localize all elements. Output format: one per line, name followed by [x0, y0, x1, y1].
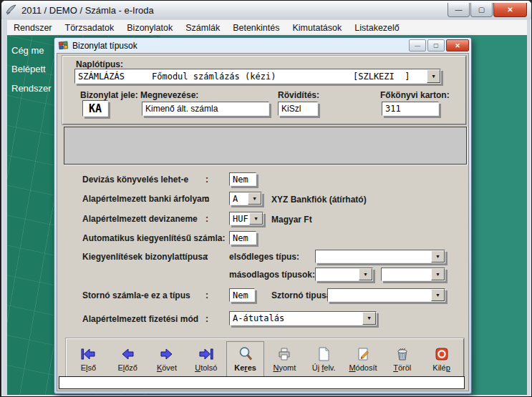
trash-icon — [394, 345, 411, 363]
bizonylat-jele-field[interactable]: KA — [82, 100, 108, 117]
devizas-label: Devizás könyvelés lehet-e — [82, 175, 188, 185]
roviditas-label: Rövidítés: — [278, 90, 319, 100]
maximize-button[interactable]: ▢ — [470, 3, 493, 17]
naplotipus-label: Naplótípus: — [76, 59, 123, 69]
first-button[interactable]: Első — [69, 341, 107, 377]
delete-button[interactable]: Töröl — [383, 341, 421, 377]
menu-listakezelo[interactable]: Listakezelő — [348, 23, 406, 33]
bizonylat-jele-label: Bizonylat jele: — [80, 90, 138, 100]
auto-kiegyenlites-label: Automatikus kiegyenlítésű számla: — [82, 233, 225, 243]
kiegyenlitesek-colon: : — [205, 252, 208, 262]
auto-kiegyenlites-field[interactable]: Nem — [229, 231, 256, 245]
new-record-button[interactable]: Új felv. — [305, 341, 343, 377]
exit-button[interactable]: Kilép — [422, 341, 460, 377]
fizetesi-mod-colon: : — [205, 314, 208, 324]
status-input[interactable] — [59, 376, 465, 389]
close-button[interactable]: ✕ — [493, 3, 527, 17]
menu-kimutatasok[interactable]: Kimutatások — [286, 23, 348, 33]
naplotipus-combobox[interactable]: SZÁMLÁZÁS Főmodul számlázás (kézi) [SZLK… — [74, 69, 441, 84]
previous-arrow-icon — [119, 345, 136, 363]
arfolyam-dropdown-arrow-icon[interactable]: ▼ — [248, 192, 261, 205]
row-kiegyenlitesek: Kiegyenlítések bizonylattípusa : elsődle… — [82, 250, 462, 265]
magnifier-icon — [237, 345, 254, 363]
devizanem-colon: : — [205, 214, 208, 224]
print-button[interactable]: Nyomt — [266, 341, 304, 377]
arfolyam-colon: : — [205, 194, 208, 204]
last-button[interactable]: Utolsó — [187, 341, 225, 377]
row-masodlagos: másodlagos típusok: ▼ ▼ — [82, 268, 462, 283]
app-title: 2011 / DEMO / Számla - e-Iroda — [21, 5, 447, 16]
record-toolbar: Első Előző Követ Utolsó — [66, 338, 464, 379]
devizanem-note: Magyar Ft — [271, 215, 312, 225]
next-button[interactable]: Követ — [147, 341, 185, 377]
dialog-title: Bizonylat típusok — [72, 41, 407, 51]
exit-icon — [433, 345, 450, 363]
dialog-body: Naplótípus: SZÁMLÁZÁS Főmodul számlázás … — [57, 53, 469, 391]
sztorno-tipusa-label: Sztornó tipusa: — [271, 290, 334, 300]
header-panel: Naplótípus: SZÁMLÁZÁS Főmodul számlázás … — [62, 56, 466, 124]
menu-bizonylatok[interactable]: Bizonylatok — [120, 23, 179, 33]
naplotipus-code: SZÁMLÁZÁS — [78, 72, 125, 82]
search-button[interactable]: Keres — [226, 341, 264, 377]
arfolyam-note: XYZ Bankfiók (átírható) — [271, 195, 367, 205]
sidebar-item-rendszer: Rendszer — [11, 83, 52, 94]
dialog-close-button[interactable]: ✕ — [446, 39, 469, 52]
app-titlebar[interactable]: 2011 / DEMO / Számla - e-Iroda — ▢ ✕ — [1, 1, 531, 19]
naplotipus-name: Főmodul számlázás (kézi) — [152, 72, 276, 82]
elsodleges-dropdown-arrow-icon[interactable]: ▼ — [431, 250, 445, 263]
dialog-minimize-button[interactable]: — — [409, 39, 426, 52]
kiegyenlitesek-label: Kiegyenlítések bizonylattípusa — [82, 252, 208, 262]
sztorno-tipusa-combobox[interactable]: ▼ — [327, 288, 445, 302]
next-arrow-icon — [158, 345, 175, 363]
menu-szamlak[interactable]: Számlák — [179, 23, 226, 33]
new-page-icon — [315, 345, 332, 363]
windows-logo-icon — [58, 41, 69, 50]
naplotipus-dropdown-arrow-icon[interactable]: ▼ — [427, 69, 440, 83]
row-storno: Stornó számla-e ez a típus : Nem Sztornó… — [82, 288, 462, 303]
megnevezese-label: Megnevezése: — [140, 90, 198, 100]
masodlagos2-dropdown-arrow-icon[interactable]: ▼ — [431, 268, 445, 280]
devizas-field[interactable]: Nem — [229, 172, 256, 186]
fokonyvi-karton-field[interactable]: 311 — [382, 102, 439, 116]
previous-button[interactable]: Előző — [109, 341, 147, 377]
elsodleges-tipus-combobox[interactable]: ▼ — [315, 250, 445, 263]
row-arfolyam: Alapértelmezett banki árfolyam : A ▼ XYZ… — [82, 192, 462, 207]
menu-bar: Rendszer Törzsadatok Bizonylatok Számlák… — [7, 20, 527, 36]
masodlagos-combobox-2[interactable]: ▼ — [381, 268, 445, 281]
menu-rendszer[interactable]: Rendszer — [7, 23, 59, 33]
dialog-maximize-button[interactable]: ▢ — [427, 39, 445, 52]
arfolyam-combobox[interactable]: A ▼ — [229, 192, 262, 205]
devizas-colon: : — [205, 175, 208, 185]
fizetesi-mod-dropdown-arrow-icon[interactable]: ▼ — [362, 312, 376, 325]
sidebar-item-belepett: Belépett — [11, 64, 46, 74]
app-icon — [6, 4, 17, 16]
dialog-titlebar[interactable]: Bizonylat típusok — ▢ ✕ — [54, 38, 471, 53]
row-devizas: Devizás könyvelés lehet-e : Nem — [82, 172, 462, 187]
dialog-bizonylat-tipusok: Bizonylat típusok — ▢ ✕ Naplótípus: SZÁM… — [54, 37, 472, 394]
storno-label: Stornó számla-e ez a típus — [82, 290, 190, 300]
devizanem-combobox[interactable]: HUF ▼ — [229, 212, 263, 225]
arfolyam-label: Alapértelmezett banki árfolyam — [82, 194, 209, 204]
edit-page-icon — [354, 345, 372, 363]
storno-colon: : — [205, 290, 208, 300]
first-arrow-icon — [79, 345, 97, 363]
sztorno-dropdown-arrow-icon[interactable]: ▼ — [431, 289, 445, 301]
modify-button[interactable]: Módosít — [344, 341, 382, 377]
empty-list-panel — [64, 127, 467, 165]
devizanem-label: Alapértelmezett devizaneme — [82, 214, 198, 224]
elsodleges-tipus-label: elsődleges típus: — [229, 252, 299, 262]
fizetesi-mod-combobox[interactable]: A-átutalás ▼ — [229, 311, 377, 325]
megnevezese-field[interactable]: Kimenő ált. számla — [142, 102, 269, 116]
storno-field[interactable]: Nem — [229, 288, 255, 302]
sidebar-item-ceg: Cég me — [11, 45, 44, 56]
menu-torzsadatok[interactable]: Törzsadatok — [59, 23, 121, 33]
devizanem-dropdown-arrow-icon[interactable]: ▼ — [249, 212, 263, 225]
minimize-button[interactable]: — — [448, 3, 470, 17]
roviditas-field[interactable]: KiSzl — [278, 102, 318, 116]
masodlagos-combobox-1[interactable]: ▼ — [315, 268, 373, 281]
printer-icon — [276, 345, 293, 363]
menu-betenkintes[interactable]: Betenkintés — [226, 23, 286, 33]
fizetesi-mod-label: Alapértelmezett fizetési mód — [82, 314, 198, 324]
row-fizetesi-mod: Alapértelmezett fizetési mód : A-átutalá… — [82, 311, 462, 327]
masodlagos1-dropdown-arrow-icon[interactable]: ▼ — [359, 268, 372, 280]
